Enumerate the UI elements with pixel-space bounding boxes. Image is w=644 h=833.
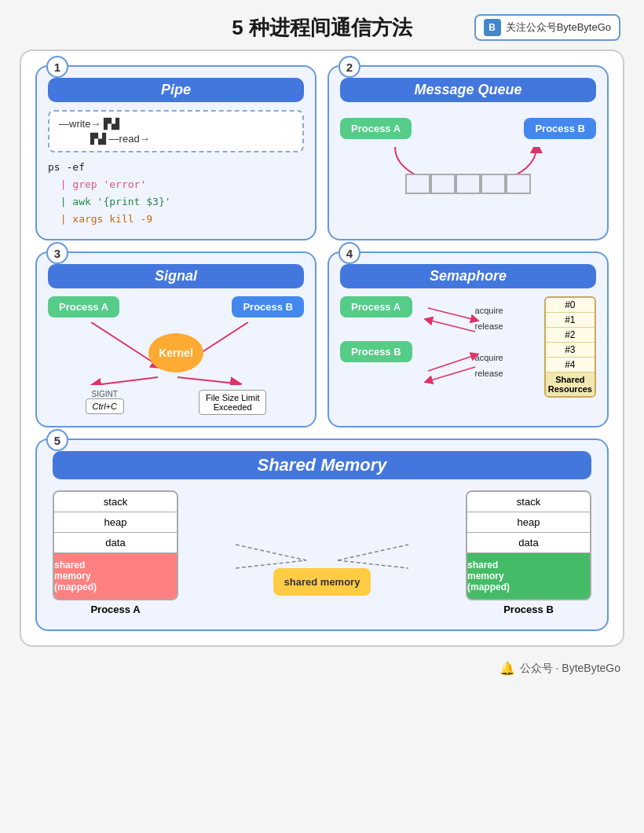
code-block: ps -ef | grep 'error' | awk '{print $3}'…	[48, 159, 304, 228]
section-number-5: 5	[46, 429, 68, 451]
sigint-label: SIGINT	[86, 390, 124, 398]
filesz-group: File Size LimitExceeded	[199, 390, 266, 415]
queue-cell-1	[405, 174, 430, 194]
shared-memory-title: Shared Memory	[53, 451, 591, 479]
signal-process-b: Process B	[232, 296, 304, 317]
section-number-4: 4	[338, 242, 360, 264]
process-a-stack: stack	[54, 492, 177, 512]
process-a-heap: heap	[54, 512, 177, 533]
section-semaphore: 4 Semaphore Process A Process B	[327, 251, 609, 428]
process-b-data: data	[467, 533, 590, 553]
mq-process-a: Process A	[340, 118, 412, 139]
sema-row-2: #2	[546, 328, 595, 343]
mq-content: Process A Process B	[340, 110, 596, 202]
brand-badge: B 关注公众号ByteByteGo	[474, 14, 620, 41]
outer-container: 1 Pipe —write→ ▛▟ ▛▟ —read→ ps -ef | gre…	[20, 50, 624, 647]
svg-line-1	[236, 560, 306, 568]
sema-content: Process A Process B	[340, 296, 596, 398]
section-number-3: 3	[46, 242, 68, 264]
sema-resources: #0 #1 #2 #3 #4 SharedResources	[544, 296, 596, 398]
shared-mem-center: shared memory	[186, 513, 458, 596]
section-shared-memory: 5 Shared Memory stack heap data sharedme…	[35, 439, 609, 631]
sema-right-panel: #0 #1 #2 #3 #4 SharedResources	[544, 296, 596, 398]
process-a-shared-mapped: sharedmemory(mapped)	[54, 553, 177, 599]
svg-line-0	[236, 545, 306, 560]
sema-process-b: Process B	[340, 341, 412, 362]
section-number-2: 2	[338, 56, 360, 78]
svg-line-3	[338, 560, 408, 568]
process-a-label: Process A	[53, 600, 178, 618]
footer-text: 公众号 · ByteByteGo	[520, 662, 620, 676]
kernel-label: Kernel	[148, 333, 203, 372]
svg-line-2	[338, 545, 408, 560]
header: 5 种进程间通信方法 B 关注公众号ByteByteGo	[0, 0, 644, 50]
kernel-circle: Kernel	[148, 338, 203, 372]
mq-arrows	[340, 147, 596, 194]
top-grid: 1 Pipe —write→ ▛▟ ▛▟ —read→ ps -ef | gre…	[35, 65, 609, 428]
section-message-queue: 2 Message Queue Process A Process B	[327, 65, 609, 240]
process-a-mem-box: stack heap data sharedmemory(mapped)	[53, 490, 178, 600]
brand-text: 关注公众号ByteByteGo	[506, 20, 611, 35]
process-a-data: data	[54, 533, 177, 553]
footer: 🔔 公众号 · ByteByteGo	[0, 655, 644, 682]
queue-cell-4	[481, 174, 506, 194]
signal-top-row: Process A Process B	[48, 296, 304, 317]
process-b-stack: stack	[467, 492, 590, 512]
signal-title: Signal	[48, 264, 304, 288]
queue-cells	[405, 174, 531, 194]
sema-row-4: #4	[546, 358, 595, 372]
process-a-group: stack heap data sharedmemory(mapped) Pro…	[53, 490, 178, 618]
write-label: —write→ ▛▟	[59, 118, 293, 130]
code-line-2: | grep 'error'	[48, 176, 304, 193]
signal-content: Process A Process B	[48, 296, 304, 415]
mq-title: Message Queue	[340, 78, 596, 102]
sema-process-a: Process A	[340, 296, 412, 317]
sema-processes: Process A Process B	[340, 296, 412, 362]
process-b-label: Process B	[466, 600, 591, 618]
section-pipe: 1 Pipe —write→ ▛▟ ▛▟ —read→ ps -ef | gre…	[35, 65, 317, 240]
ctrl-c-box: Ctrl+C	[86, 398, 124, 414]
queue-cell-2	[430, 174, 456, 194]
pipe-title: Pipe	[48, 78, 304, 102]
mq-processes: Process A Process B	[340, 118, 596, 139]
code-line-3: | awk '{print $3}'	[48, 193, 304, 211]
sema-shared-resources: SharedResources	[546, 372, 595, 396]
code-line-1: ps -ef	[48, 159, 304, 176]
sema-row-0: #0	[546, 298, 595, 313]
section-signal: 3 Signal Process A Process B	[35, 251, 317, 428]
sema-arrows-svg	[420, 296, 536, 391]
shared-center-box: shared memory	[273, 568, 371, 596]
signal-diagram: Kernel	[48, 322, 304, 385]
sema-arrows-area: acquire release acquire release	[420, 296, 536, 378]
queue-cell-5	[506, 174, 531, 194]
brand-icon: B	[484, 19, 501, 36]
pipe-diagram: —write→ ▛▟ ▛▟ —read→	[48, 110, 304, 152]
process-b-group: stack heap data sharedmemory(mapped) Pro…	[466, 490, 591, 618]
sema-row-3: #3	[546, 343, 595, 358]
queue-cell-3	[456, 174, 481, 194]
shared-mem-content: stack heap data sharedmemory(mapped) Pro…	[53, 490, 591, 618]
signal-bottom-row: SIGINT Ctrl+C File Size LimitExceeded	[48, 390, 304, 415]
semaphore-title: Semaphore	[340, 264, 596, 288]
mq-process-b: Process B	[524, 118, 596, 139]
section-number-1: 1	[46, 56, 68, 78]
footer-icon: 🔔	[499, 661, 515, 676]
filesz-box: File Size LimitExceeded	[199, 390, 266, 415]
process-b-shared-mapped: sharedmemory(mapped)	[467, 553, 590, 599]
ctrl-c-group: SIGINT Ctrl+C	[86, 390, 124, 414]
main-title: 5 种进程间通信方法	[232, 14, 412, 42]
process-b-mem-box: stack heap data sharedmemory(mapped)	[466, 490, 591, 600]
sema-row-1: #1	[546, 313, 595, 328]
code-line-4: | xargs kill -9	[48, 211, 304, 228]
read-label: ▛▟ —read→	[90, 133, 293, 145]
process-b-heap: heap	[467, 512, 590, 533]
signal-process-a: Process A	[48, 296, 119, 317]
